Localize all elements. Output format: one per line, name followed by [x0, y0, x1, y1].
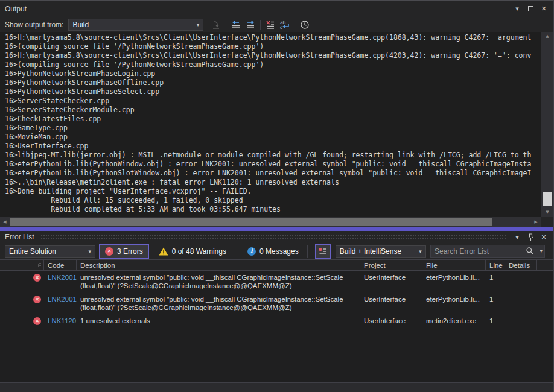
svg-text:c: c: [280, 25, 282, 30]
error-line: 1: [486, 292, 505, 306]
error-line: 1: [486, 271, 505, 284]
header-flag-icon: [38, 263, 42, 267]
error-row[interactable]: ✕ LNK2001 unresolved external symbol "pu…: [0, 292, 553, 314]
error-list-toolbar: Entire Solution ▾ ✕ 3 Errors 0 of 48 War…: [0, 243, 553, 260]
show-output-from-label: Show output from:: [5, 21, 63, 29]
error-project: UserInterface: [360, 271, 422, 284]
console-line: 16>eterPythonLib.lib(PythonSlotWindow.ob…: [5, 169, 542, 178]
toolbar-separator: [226, 20, 226, 30]
source-filter-value: Build + IntelliSense: [340, 247, 401, 256]
column-severity[interactable]: [16, 260, 30, 270]
error-icon: ✕: [33, 317, 41, 325]
horizontal-scrollbar[interactable]: ◀ ▶: [0, 217, 542, 227]
toolbar-separator: [295, 20, 295, 30]
console-line: 16>ServerStateCheckerModule.cpp: [5, 106, 542, 115]
horizontal-scrollbar-thumb[interactable]: [10, 218, 492, 226]
column-details[interactable]: Details: [505, 260, 537, 270]
console-line: 16>ServerStateChecker.cpp: [5, 96, 542, 106]
find-message-icon[interactable]: [209, 18, 223, 31]
clock-icon[interactable]: [298, 18, 312, 31]
word-wrap-icon[interactable]: abc: [278, 18, 292, 31]
scope-filter-value: Entire Solution: [9, 247, 56, 256]
show-messages-from-build-icon[interactable]: [315, 244, 331, 259]
scroll-right-icon[interactable]: ▶: [531, 217, 541, 227]
chevron-down-icon: ▾: [192, 22, 200, 28]
column-filler: [537, 260, 553, 270]
scope-filter-dropdown[interactable]: Entire Solution ▾: [5, 245, 95, 258]
console-line: 16>PythonNetworkStreamPhaseOffline.cpp: [5, 78, 542, 87]
error-description: 1 unresolved externals: [77, 314, 360, 327]
output-panel-title: Output: [5, 5, 27, 13]
column-description[interactable]: Description: [77, 260, 360, 270]
show-output-from-dropdown[interactable]: Build ▾: [68, 19, 203, 31]
error-list-column-headers: Code Description Project File Line Detai…: [0, 260, 553, 271]
clear-all-icon[interactable]: [263, 18, 278, 31]
visual-studio-tool-windows: Output ▾ ✕ Show output from: Build ▾ abc: [0, 0, 554, 392]
error-list-panel: Error List ▾ ✕ Entire Solution ▾ ✕ 3 Err…: [0, 231, 553, 392]
error-list-title: Error List: [5, 233, 34, 241]
messages-filter-label: 0 Messages: [259, 247, 299, 256]
toolbar-separator: [235, 245, 235, 258]
error-line: 1: [486, 314, 505, 327]
toolbar-separator: [206, 20, 206, 30]
chevron-down-icon: ▾: [83, 248, 91, 254]
error-code-link[interactable]: LNK2001: [44, 271, 77, 284]
search-icon[interactable]: [526, 247, 534, 255]
vertical-scrollbar[interactable]: ▲ ▼: [541, 32, 553, 217]
scroll-down-icon[interactable]: ▼: [541, 208, 553, 217]
window-position-chevron-icon[interactable]: ▾: [512, 4, 522, 14]
error-details: [505, 271, 537, 276]
error-details: [505, 292, 537, 297]
vertical-scrollbar-thumb[interactable]: [543, 192, 552, 206]
console-line: ========== Rebuild completed at 5:33 AM …: [5, 205, 542, 214]
console-line: ========== Rebuild All: 15 succeeded, 1 …: [5, 196, 542, 205]
show-output-from-value: Build: [72, 21, 89, 29]
error-list-titlebar: Error List ▾ ✕: [0, 231, 553, 243]
output-console[interactable]: 16>H:\martysama5.8\source-client\Srcs\Cl…: [0, 32, 542, 217]
search-box: ▾: [430, 245, 545, 258]
pin-icon[interactable]: [526, 232, 535, 242]
scroll-up-icon[interactable]: ▲: [541, 32, 553, 40]
column-line[interactable]: Line: [486, 260, 505, 270]
error-project: UserInterface: [360, 314, 422, 327]
error-description: unresolved external symbol "public: void…: [77, 271, 360, 292]
output-window-controls: ▾ ✕: [512, 4, 549, 14]
console-line: 16>Done building project "UserInterface.…: [5, 187, 542, 196]
error-icon: ✕: [105, 247, 113, 256]
error-file: eterPythonLib.li...: [422, 271, 486, 284]
warnings-filter-label: 0 of 48 Warnings: [172, 247, 226, 256]
error-file: metin2client.exe: [422, 314, 486, 327]
close-icon[interactable]: ✕: [539, 232, 549, 242]
error-row[interactable]: ✕ LNK2001 unresolved external symbol "pu…: [0, 271, 553, 292]
error-description: unresolved external symbol "public: void…: [77, 292, 360, 314]
messages-filter-button[interactable]: i 0 Messages: [241, 244, 305, 259]
maximize-icon[interactable]: [526, 4, 535, 14]
warnings-filter-button[interactable]: 0 of 48 Warnings: [153, 244, 232, 259]
scrollbar-corner: [541, 217, 553, 227]
window-position-chevron-icon[interactable]: ▾: [512, 232, 522, 242]
source-filter-dropdown[interactable]: Build + IntelliSense ▾: [336, 245, 426, 258]
previous-message-icon[interactable]: [229, 18, 243, 31]
error-code-link[interactable]: LNK1120: [44, 314, 77, 327]
output-titlebar: Output ▾ ✕: [0, 1, 553, 17]
panel-bottom-edge: [0, 382, 553, 392]
chevron-down-icon: ▾: [414, 248, 422, 254]
error-row[interactable]: ✕ LNK1120 1 unresolved externals UserInt…: [0, 314, 553, 327]
console-line: 16>libjpeg-MT.lib(jerror.obj) : MSIL .ne…: [5, 151, 542, 160]
error-code-link[interactable]: LNK2001: [44, 292, 77, 306]
column-file[interactable]: File: [422, 260, 486, 270]
close-icon[interactable]: ✕: [539, 4, 549, 14]
column-project[interactable]: Project: [360, 260, 422, 270]
errors-filter-label: 3 Errors: [117, 247, 143, 256]
scroll-left-icon[interactable]: ◀: [0, 217, 10, 227]
console-line: 16>(compiling source file '/PythonNetwor…: [5, 60, 542, 69]
search-options-chevron-icon[interactable]: ▾: [540, 248, 543, 254]
column-category[interactable]: [30, 260, 44, 270]
console-line: 16>H:\martysama5.8\source-client\Srcs\Cl…: [5, 33, 542, 42]
next-message-icon[interactable]: [243, 18, 258, 31]
console-line: 16>..\bin\Release\metin2client.exe : fat…: [5, 178, 542, 187]
info-icon: i: [247, 247, 256, 256]
column-code[interactable]: Code: [44, 260, 77, 270]
errors-filter-button[interactable]: ✕ 3 Errors: [99, 244, 149, 259]
column-selection[interactable]: [0, 260, 16, 270]
